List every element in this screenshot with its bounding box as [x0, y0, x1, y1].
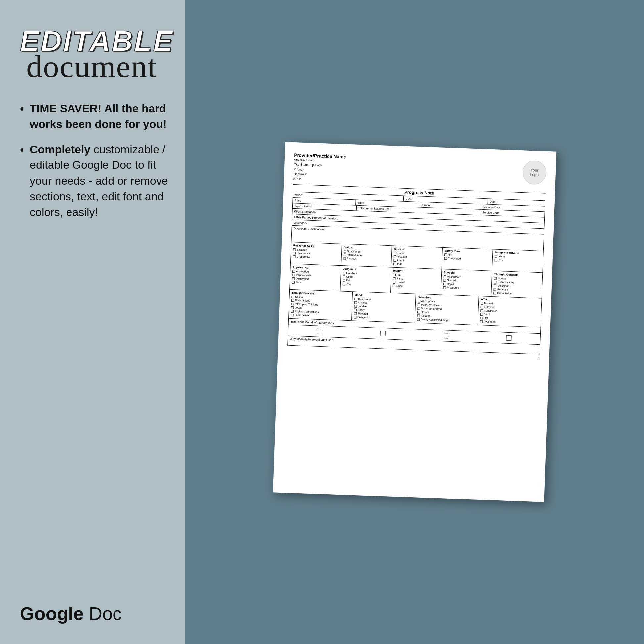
feature-1-strong: TIME SAVER! All the hard works been done…: [30, 102, 167, 130]
diag-just-label: Diagnostic Justification:: [293, 227, 324, 231]
affect-col: Affect: Normal Euthymic Constricted Blun…: [478, 296, 542, 327]
diagnosis-label: Diagnosis:: [294, 221, 307, 225]
status-title: Status:: [344, 246, 390, 251]
mood-col: Mood: Depressed Anxious Irritable Angry …: [352, 292, 416, 323]
appearance-title: Appearance:: [292, 265, 339, 270]
date-label: Date:: [489, 200, 496, 204]
dob-label: DOB:: [405, 197, 412, 201]
judgment-col: Judgment: Excellent Good Fair Poor: [340, 266, 391, 293]
practice-info: Provider/Practice Name Street Address Ci…: [293, 152, 346, 183]
insight-col: Insight: Full Partial Limited None: [391, 268, 442, 295]
modality-cb-1: [317, 329, 323, 334]
modality-cb-2: [380, 331, 386, 337]
feature-2-strong: Completely: [30, 143, 90, 156]
safety-plan-title: Safety Plan:: [444, 249, 491, 254]
modality-cb-3: [443, 333, 449, 339]
danger-others-col: Danger to Others: None Yes: [492, 249, 543, 272]
logo-placeholder: YourLogo: [522, 160, 547, 185]
doc-text: Doc: [84, 603, 122, 624]
document-script: document: [26, 52, 157, 81]
thought-content-col: Thought Content: Normal Hallucinations D…: [491, 271, 542, 298]
thought-content-title: Thought Content:: [494, 273, 540, 278]
stop-label: Stop:: [357, 201, 364, 205]
google-doc-label: Google Doc: [20, 603, 122, 624]
response-tx-col: Response to TX: Engaged Uninterested Coo…: [291, 242, 342, 265]
status-col: Status: No Change Improvement Setback: [341, 244, 392, 267]
suicide-title: Suicide:: [394, 247, 440, 252]
modality-cb-4: [506, 335, 512, 341]
speech-title: Speech:: [444, 271, 490, 276]
telecom-label: Telecommunications Used:: [358, 207, 392, 211]
paper-header: Provider/Practice Name Street Address Ci…: [293, 152, 547, 190]
session-date-label: Session Date:: [483, 205, 501, 209]
speech-col: Speech: Appropriate Slurred Rapid Pressu…: [441, 269, 492, 296]
feature-item-1: TIME SAVER! All the hard works been done…: [20, 101, 169, 132]
judgment-title: Judgment:: [343, 267, 389, 272]
google-text: Google: [20, 603, 84, 624]
safety-plan-col: Safety Plan: N/A Completed: [442, 248, 493, 271]
thought-process-col: Thought Process: Normal Disorganized Int…: [289, 290, 353, 321]
suicide-col: Suicide: None Ideation Intent Plan: [391, 246, 443, 269]
behavior-col: Behavior: Appropriate Poor Eye Contact D…: [415, 294, 479, 325]
type-note-label: Type of Note:: [294, 204, 311, 208]
duration-label: Duration:: [421, 203, 432, 207]
other-parties-label: Other Parties Present at Session:: [294, 215, 338, 220]
why-modality-label: Why Modality/Interventions Used:: [290, 337, 334, 342]
features-list: TIME SAVER! All the hard works been done…: [20, 101, 169, 229]
right-panel: Provider/Practice Name Street Address Ci…: [185, 0, 644, 644]
danger-others-title: Danger to Others:: [495, 251, 541, 256]
appearance-col: Appearance: Appropriate Inappropriate Di…: [290, 264, 341, 291]
feature-item-2: Completely customizable / editable Googl…: [20, 142, 169, 220]
left-panel: EDITABLE document TIME SAVER! All the ha…: [0, 0, 185, 644]
start-label: Start:: [294, 199, 301, 202]
treatment-modality-text: Treatment Modality/Interventions:: [291, 320, 335, 325]
document-paper: Provider/Practice Name Street Address Ci…: [273, 142, 556, 502]
client-location-label: Client's Location:: [294, 210, 317, 214]
insight-title: Insight:: [393, 269, 439, 274]
response-tx-title: Response to TX:: [293, 244, 340, 249]
service-code-label: Service Code:: [483, 211, 500, 215]
name-label: Name:: [295, 193, 303, 197]
